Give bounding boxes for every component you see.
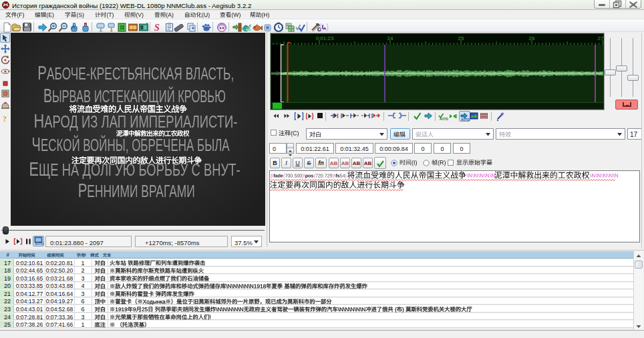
svg-text:1: 1 [81, 321, 84, 328]
svg-text:0:04:19.27: 0:04:19.27 [46, 298, 73, 305]
svg-text:20: 20 [4, 283, 11, 289]
svg-text:3: 3 [81, 314, 84, 321]
svg-text:0:03:21.68: 0:03:21.68 [46, 275, 73, 282]
svg-text:0:04:43.01: 0:04:43.01 [16, 306, 43, 313]
svg-text:0:03:16.65: 0:03:16.65 [16, 275, 43, 282]
svg-text:0:04:16.64: 0:04:16.64 [46, 291, 73, 297]
svg-text:0:04:13.27: 0:04:13.27 [16, 298, 43, 305]
svg-text:0:07:41.66: 0:07:41.66 [46, 321, 73, 328]
svg-text:0:02:50.20: 0:02:50.20 [46, 267, 73, 274]
svg-text:0:07:38.26: 0:07:38.26 [16, 321, 43, 328]
svg-text:0:03:33.85: 0:03:33.85 [16, 283, 43, 289]
svg-text:6: 6 [81, 306, 84, 313]
svg-text:0:07:28.81: 0:07:28.81 [16, 314, 43, 321]
svg-text:21: 21 [4, 291, 11, 297]
svg-text:2: 2 [81, 267, 84, 274]
svg-text:17: 17 [4, 260, 11, 267]
svg-text:0:04:52.68: 0:04:52.68 [46, 306, 73, 313]
svg-text:4: 4 [81, 283, 84, 289]
svg-text:22: 22 [4, 298, 11, 305]
svg-text:0:03:43.88: 0:03:43.88 [46, 283, 73, 289]
svg-text:19: 19 [4, 275, 11, 282]
svg-text:1: 1 [81, 260, 84, 267]
svg-text:0:02:20.81: 0:02:20.81 [46, 260, 73, 267]
svg-text:0:02:10.61: 0:02:10.61 [16, 260, 43, 267]
svg-text:23: 23 [4, 306, 11, 313]
svg-text:24: 24 [4, 314, 11, 321]
svg-text:18: 18 [4, 267, 11, 274]
svg-text:0:04:12.77: 0:04:12.77 [16, 291, 43, 297]
svg-text:3: 3 [81, 275, 84, 282]
svg-text:25: 25 [4, 321, 11, 328]
svg-text:3: 3 [81, 291, 84, 297]
svg-text:0:07:33.36: 0:07:33.36 [46, 314, 73, 321]
svg-text:0:02:44.65: 0:02:44.65 [16, 267, 43, 274]
svg-text:6: 6 [81, 298, 84, 305]
